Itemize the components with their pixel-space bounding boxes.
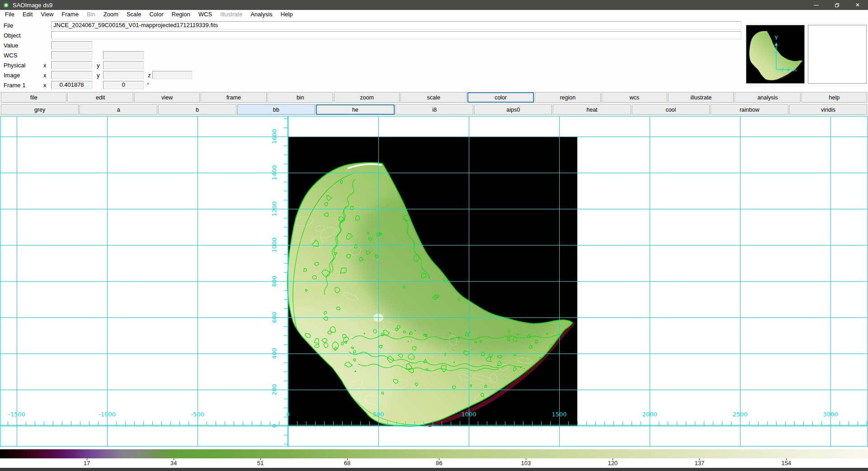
minimize-icon — [814, 5, 819, 5]
menu-file[interactable]: File — [1, 11, 19, 18]
colormap-button-heat[interactable]: heat — [553, 104, 631, 115]
frame-row-label: Frame 1 — [4, 82, 42, 89]
toolbar-button-zoom[interactable]: zoom — [334, 92, 400, 103]
toolbar-button-region[interactable]: region — [535, 92, 600, 103]
colorbar-area: 1734516886103120137154 — [0, 448, 868, 468]
image-z-label: z — [148, 72, 151, 79]
colorbar-tick-label: 103 — [521, 460, 531, 466]
image-x-field[interactable] — [51, 71, 92, 79]
x-axis-label: 2500 — [732, 411, 747, 418]
colorbar-tick-label: 34 — [170, 460, 177, 466]
colormap-button-b[interactable]: b — [158, 104, 236, 115]
wcs-field-1[interactable] — [51, 51, 92, 59]
file-row-label: File — [4, 22, 42, 29]
y-axis-label: 1000 — [271, 237, 278, 252]
toolbar-button-analysis[interactable]: analysis — [735, 92, 800, 103]
toolbar-button-color[interactable]: color — [467, 92, 534, 103]
toolbar-button-edit[interactable]: edit — [67, 92, 133, 103]
frame-rotation-field[interactable]: 0 — [103, 81, 144, 89]
x-axis-label: -1000 — [99, 411, 116, 418]
viewer-canvas: -1500-1000-50005001000150020002500300002… — [0, 116, 868, 448]
close-button[interactable]: ✕ — [847, 0, 868, 10]
x-axis-label: 1000 — [461, 411, 476, 418]
menu-frame[interactable]: Frame — [57, 11, 83, 18]
colormap-button-aips0[interactable]: aips0 — [474, 104, 552, 115]
menu-zoom[interactable]: Zoom — [99, 11, 123, 18]
restore-button[interactable] — [826, 0, 847, 10]
menu-analysis[interactable]: Analysis — [246, 11, 276, 18]
panner[interactable]: Y X — [746, 25, 805, 84]
image-y-label: y — [97, 72, 100, 79]
panner-compass: Y X — [746, 25, 805, 84]
x-axis-label: -500 — [191, 411, 204, 418]
colormap-button-rainbow[interactable]: rainbow — [711, 104, 788, 115]
toolbar-button-wcs[interactable]: wcs — [602, 92, 667, 103]
toolbar-button-frame[interactable]: frame — [201, 92, 266, 103]
toolbar-button-bin[interactable]: bin — [268, 92, 333, 103]
colorbar-tick-label: 68 — [344, 460, 350, 466]
colormap-button-i8[interactable]: i8 — [396, 104, 473, 115]
restore-icon — [835, 3, 839, 7]
info-panel: File JNCE_2024067_59C00156_V01-mapprojec… — [0, 18, 868, 91]
physical-y-field[interactable] — [103, 61, 144, 69]
colormap-buttonbar: greyabbbhei8aips0heatcoolrainbowviridis — [0, 104, 868, 116]
physical-x-field[interactable] — [51, 61, 92, 69]
file-field[interactable]: JNCE_2024067_59C00156_V01-mapprojected17… — [51, 21, 741, 29]
value-field[interactable] — [51, 41, 92, 49]
image-z-field[interactable] — [152, 71, 192, 79]
colorbar-tick-label: 120 — [608, 460, 618, 466]
menu-color[interactable]: Color — [145, 11, 167, 18]
menu-illustrate: Illustrate — [216, 11, 246, 18]
y-axis-label: 0 — [271, 424, 278, 428]
physical-y-label: y — [97, 62, 100, 69]
menu-help[interactable]: Help — [277, 11, 297, 18]
y-axis-label: 1200 — [271, 201, 278, 216]
colormap-button-he[interactable]: he — [316, 104, 395, 115]
colormap-button-bb[interactable]: bb — [237, 104, 315, 115]
menu-edit[interactable]: Edit — [19, 11, 37, 18]
wcs-field-2[interactable] — [103, 51, 144, 59]
x-axis-label: 2000 — [642, 411, 657, 418]
menu-wcs[interactable]: WCS — [194, 11, 216, 18]
toolbar-button-scale[interactable]: scale — [401, 92, 466, 103]
image-viewer[interactable]: -1500-1000-50005001000150020002500300002… — [0, 116, 868, 448]
menu-region[interactable]: Region — [168, 11, 194, 18]
toolbar-button-illustrate[interactable]: illustrate — [668, 92, 734, 103]
colormap-button-viridis[interactable]: viridis — [789, 104, 867, 115]
frame-x-label: x — [43, 82, 47, 89]
colorbar-tick-label: 17 — [84, 460, 90, 466]
x-axis-label: 1500 — [552, 411, 566, 418]
colorbar-tick-label: 154 — [781, 460, 791, 466]
object-field[interactable] — [51, 31, 741, 39]
physical-row-label: Physical — [4, 62, 42, 69]
close-icon: ✕ — [855, 2, 860, 8]
image-row-label: Image — [4, 72, 42, 79]
y-axis-label: 400 — [271, 348, 278, 359]
colorbar-tick-label: 137 — [694, 460, 704, 466]
colormap-button-cool[interactable]: cool — [632, 104, 710, 115]
frame-zoom-field[interactable]: 0.401878 — [51, 81, 92, 89]
window-title: SAOImage ds9 — [13, 2, 52, 9]
menu-scale[interactable]: Scale — [123, 11, 146, 18]
degree-unit-label: ° — [147, 82, 149, 88]
x-axis-label: 3000 — [823, 411, 838, 418]
y-axis-label: 1400 — [271, 165, 278, 180]
x-axis-label: 500 — [373, 411, 384, 418]
colorbar-tick-label: 86 — [436, 460, 442, 466]
toolbar-buttonbar: fileeditviewframebinzoomscalecolorregion… — [0, 91, 868, 104]
minimize-button[interactable] — [806, 0, 826, 10]
colormap-button-a[interactable]: a — [80, 104, 157, 115]
toolbar-button-file[interactable]: file — [1, 92, 66, 103]
toolbar-button-view[interactable]: view — [134, 92, 200, 103]
colorbar-gradient[interactable] — [0, 449, 868, 458]
y-axis-label: 600 — [271, 312, 278, 323]
magnifier[interactable] — [808, 25, 867, 84]
image-y-field[interactable] — [103, 71, 144, 79]
toolbar-button-help[interactable]: help — [802, 92, 867, 103]
y-axis-label: 200 — [271, 384, 278, 396]
menubar: FileEditViewFrameBinZoomScaleColorRegion… — [0, 10, 868, 18]
menu-view[interactable]: View — [37, 11, 57, 18]
colormap-button-grey[interactable]: grey — [1, 104, 79, 115]
compass-y-label: Y — [774, 34, 778, 41]
taskbar-strip[interactable] — [0, 468, 868, 471]
